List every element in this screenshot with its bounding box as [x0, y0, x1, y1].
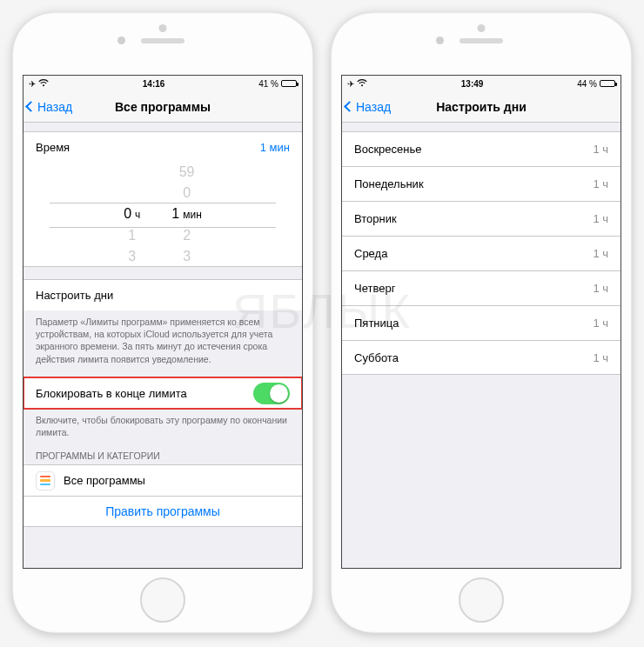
- status-time: 13:49: [461, 79, 484, 89]
- edit-apps-button[interactable]: Править программы: [23, 496, 302, 527]
- block-at-limit-row[interactable]: Блокировать в конце лимита: [23, 377, 302, 409]
- airplane-icon: ✈︎: [29, 79, 36, 89]
- day-value: 1 ч: [593, 143, 608, 156]
- block-label: Блокировать в конце лимита: [36, 387, 187, 400]
- screen-left: ✈︎ 14:16 41 % Назад Все программы Время: [23, 75, 303, 569]
- wifi-icon: [38, 79, 49, 89]
- nav-bar: Назад Все программы: [23, 91, 302, 123]
- block-footer: Включите, чтобы блокировать эту программ…: [23, 409, 302, 438]
- battery-icon: [600, 80, 615, 87]
- day-row[interactable]: Суббота1 ч: [342, 340, 621, 375]
- day-row[interactable]: Вторник1 ч: [342, 201, 621, 236]
- day-name: Пятница: [354, 317, 399, 330]
- back-label: Назад: [356, 100, 391, 114]
- screen-right: ✈︎ 13:49 44 % Назад Настроить дни Воскре…: [341, 75, 621, 569]
- picker-minutes[interactable]: 59 0 1мин 2 3: [171, 163, 202, 266]
- day-name: Воскресенье: [354, 143, 421, 156]
- back-button[interactable]: Назад: [23, 100, 72, 114]
- day-name: Понедельник: [354, 177, 424, 190]
- battery-percent: 41 %: [258, 79, 278, 89]
- content[interactable]: Воскресенье1 чПонедельник1 чВторник1 чСр…: [342, 123, 621, 568]
- stack-icon: [36, 471, 55, 490]
- day-name: Суббота: [354, 351, 399, 364]
- time-value: 1 мин: [260, 141, 290, 154]
- block-toggle[interactable]: [253, 383, 290, 404]
- battery-percent: 44 %: [577, 79, 597, 89]
- status-bar: ✈︎ 14:16 41 %: [23, 76, 302, 91]
- phone-left: ✈︎ 14:16 41 % Назад Все программы Время: [12, 12, 313, 633]
- home-button[interactable]: [140, 577, 185, 623]
- day-value: 1 ч: [593, 177, 608, 190]
- status-time: 14:16: [143, 79, 165, 89]
- status-bar: ✈︎ 13:49 44 %: [342, 76, 621, 91]
- day-name: Четверг: [354, 282, 395, 295]
- day-name: Вторник: [354, 212, 397, 225]
- picker-hours[interactable]: 0ч 1 3: [124, 163, 140, 266]
- day-value: 1 ч: [593, 351, 608, 364]
- nav-bar: Назад Настроить дни: [342, 91, 621, 123]
- time-label: Время: [36, 141, 70, 154]
- day-value: 1 ч: [593, 212, 608, 225]
- limits-footer: Параметр «Лимиты программ» применяется к…: [23, 310, 302, 365]
- airplane-icon: ✈︎: [347, 79, 354, 89]
- all-apps-row[interactable]: Все программы: [23, 464, 302, 496]
- customize-days-label: Настроить дни: [36, 289, 113, 302]
- day-row[interactable]: Воскресенье1 ч: [342, 131, 621, 166]
- day-row[interactable]: Среда1 ч: [342, 236, 621, 270]
- all-apps-label: Все программы: [64, 474, 145, 487]
- home-button[interactable]: [459, 577, 504, 623]
- time-picker[interactable]: 0ч 1 3 59 0 1мин 2 3: [23, 163, 302, 267]
- time-row[interactable]: Время 1 мин: [23, 131, 302, 163]
- chevron-left-icon: [25, 101, 37, 112]
- day-row[interactable]: Четверг1 ч: [342, 270, 621, 305]
- content[interactable]: Время 1 мин 0ч 1 3 59: [23, 123, 302, 568]
- day-row[interactable]: Пятница1 ч: [342, 305, 621, 340]
- back-button[interactable]: Назад: [342, 100, 391, 114]
- day-value: 1 ч: [593, 317, 608, 330]
- phone-right: ✈︎ 13:49 44 % Назад Настроить дни Воскре…: [331, 12, 632, 633]
- day-row[interactable]: Понедельник1 ч: [342, 166, 621, 201]
- day-value: 1 ч: [593, 282, 608, 295]
- back-label: Назад: [37, 100, 72, 114]
- wifi-icon: [357, 79, 367, 89]
- battery-icon: [281, 80, 297, 87]
- chevron-left-icon: [344, 101, 355, 112]
- customize-days-row[interactable]: Настроить дни: [23, 279, 302, 310]
- apps-header: ПРОГРАММЫ И КАТЕГОРИИ: [23, 438, 302, 464]
- day-value: 1 ч: [593, 247, 608, 260]
- day-name: Среда: [354, 247, 387, 260]
